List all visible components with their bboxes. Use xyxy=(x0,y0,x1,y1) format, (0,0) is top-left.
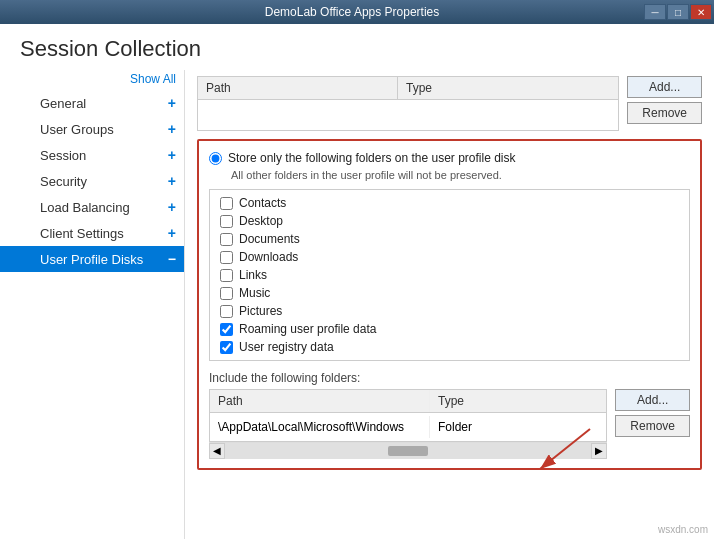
checkbox-contacts-item: Contacts xyxy=(210,194,689,212)
scroll-track[interactable] xyxy=(225,443,591,459)
checkbox-downloads-item: Downloads xyxy=(210,248,689,266)
main-body: Show All General + User Groups + Session… xyxy=(0,70,714,539)
checkbox-roaming-label: Roaming user profile data xyxy=(239,322,376,336)
checkbox-downloads-label: Downloads xyxy=(239,250,298,264)
page-title: Session Collection xyxy=(0,24,714,70)
top-table-path-header: Path xyxy=(198,77,398,99)
sidebar: Show All General + User Groups + Session… xyxy=(0,70,185,539)
info-text: All other folders in the user profile wi… xyxy=(231,169,690,181)
sidebar-item-session[interactable]: Session + xyxy=(0,142,184,168)
checkbox-user-registry-item: User registry data xyxy=(210,338,689,356)
checkbox-desktop-label: Desktop xyxy=(239,214,283,228)
checkbox-pictures[interactable] xyxy=(220,305,233,318)
checkbox-user-registry-label: User registry data xyxy=(239,340,334,354)
bottom-add-button[interactable]: Add... xyxy=(615,389,690,411)
checkbox-music[interactable] xyxy=(220,287,233,300)
checkbox-links[interactable] xyxy=(220,269,233,282)
bottom-table-type-cell: Folder xyxy=(430,416,510,438)
top-remove-button[interactable]: Remove xyxy=(627,102,702,124)
expand-general-icon: + xyxy=(168,95,176,111)
top-table-type-header: Type xyxy=(398,77,538,99)
top-table-body xyxy=(198,100,618,130)
sidebar-item-client-settings[interactable]: Client Settings + xyxy=(0,220,184,246)
checkbox-roaming-item: Roaming user profile data xyxy=(210,320,689,338)
scroll-row: ◀ ▶ xyxy=(209,442,607,458)
top-table: Path Type xyxy=(197,76,619,131)
title-bar-buttons: ─ □ ✕ xyxy=(644,4,714,20)
bottom-table: Path Type \AppData\Local\Microsoft\Windo… xyxy=(209,389,607,442)
checkbox-links-item: Links xyxy=(210,266,689,284)
checkbox-roaming[interactable] xyxy=(220,323,233,336)
show-all-link[interactable]: Show All xyxy=(0,70,184,90)
bottom-table-path-cell: \AppData\Local\Microsoft\Windows xyxy=(210,416,430,438)
bottom-table-header: Path Type xyxy=(210,390,606,413)
checkbox-documents-label: Documents xyxy=(239,232,300,246)
checkbox-music-label: Music xyxy=(239,286,270,300)
bottom-table-type-header: Type xyxy=(430,390,510,412)
expand-security-icon: + xyxy=(168,173,176,189)
bottom-buttons: Add... Remove xyxy=(615,389,690,437)
sidebar-item-user-profile-disks[interactable]: User Profile Disks − xyxy=(0,246,184,272)
checkbox-pictures-label: Pictures xyxy=(239,304,282,318)
sidebar-item-general[interactable]: General + xyxy=(0,90,184,116)
bottom-table-path-header: Path xyxy=(210,390,430,412)
scroll-thumb xyxy=(388,446,428,456)
sidebar-label-session: Session xyxy=(40,148,168,163)
bottom-table-wrapper: Path Type \AppData\Local\Microsoft\Windo… xyxy=(209,389,607,458)
scroll-left-button[interactable]: ◀ xyxy=(209,443,225,459)
close-button[interactable]: ✕ xyxy=(690,4,712,20)
include-label: Include the following folders: xyxy=(209,371,690,385)
window-content: Session Collection Show All General + Us… xyxy=(0,24,714,539)
radio-store-only-label: Store only the following folders on the … xyxy=(228,151,516,165)
expand-load-balancing-icon: + xyxy=(168,199,176,215)
sidebar-label-general: General xyxy=(40,96,168,111)
checkbox-documents[interactable] xyxy=(220,233,233,246)
sidebar-item-security[interactable]: Security + xyxy=(0,168,184,194)
top-buttons: Add... Remove xyxy=(627,76,702,131)
sidebar-item-load-balancing[interactable]: Load Balancing + xyxy=(0,194,184,220)
checkbox-list: Contacts Desktop Documents Downloads xyxy=(209,189,690,361)
watermark: wsxdn.com xyxy=(658,524,708,535)
checkbox-contacts-label: Contacts xyxy=(239,196,286,210)
bottom-table-section: Path Type \AppData\Local\Microsoft\Windo… xyxy=(209,389,690,458)
top-add-button[interactable]: Add... xyxy=(627,76,702,98)
sidebar-item-user-groups[interactable]: User Groups + xyxy=(0,116,184,142)
top-table-area: Path Type Add... Remove xyxy=(197,76,702,131)
radio-store-only[interactable] xyxy=(209,152,222,165)
checkbox-contacts[interactable] xyxy=(220,197,233,210)
title-bar: DemoLab Office Apps Properties ─ □ ✕ xyxy=(0,0,714,24)
minimize-button[interactable]: ─ xyxy=(644,4,666,20)
checkbox-music-item: Music xyxy=(210,284,689,302)
checkbox-desktop-item: Desktop xyxy=(210,212,689,230)
checkbox-desktop[interactable] xyxy=(220,215,233,228)
content-area: Path Type Add... Remove Store only the f… xyxy=(185,70,714,539)
checkbox-downloads[interactable] xyxy=(220,251,233,264)
checkbox-documents-item: Documents xyxy=(210,230,689,248)
red-border-section: Store only the following folders on the … xyxy=(197,139,702,470)
checkbox-user-registry[interactable] xyxy=(220,341,233,354)
checkbox-pictures-item: Pictures xyxy=(210,302,689,320)
bottom-table-body: \AppData\Local\Microsoft\Windows Folder xyxy=(210,413,606,441)
scroll-right-button[interactable]: ▶ xyxy=(591,443,607,459)
top-table-header: Path Type xyxy=(198,77,618,100)
sidebar-label-user-profile-disks: User Profile Disks xyxy=(40,252,168,267)
title-bar-title: DemoLab Office Apps Properties xyxy=(60,5,644,19)
bottom-remove-button[interactable]: Remove xyxy=(615,415,690,437)
expand-session-icon: + xyxy=(168,147,176,163)
sidebar-label-user-groups: User Groups xyxy=(40,122,168,137)
collapse-user-profile-disks-icon: − xyxy=(168,251,176,267)
radio-store-only-row: Store only the following folders on the … xyxy=(209,151,690,165)
checkbox-links-label: Links xyxy=(239,268,267,282)
maximize-button[interactable]: □ xyxy=(667,4,689,20)
sidebar-label-security: Security xyxy=(40,174,168,189)
expand-user-groups-icon: + xyxy=(168,121,176,137)
expand-client-settings-icon: + xyxy=(168,225,176,241)
sidebar-label-client-settings: Client Settings xyxy=(40,226,168,241)
sidebar-label-load-balancing: Load Balancing xyxy=(40,200,168,215)
